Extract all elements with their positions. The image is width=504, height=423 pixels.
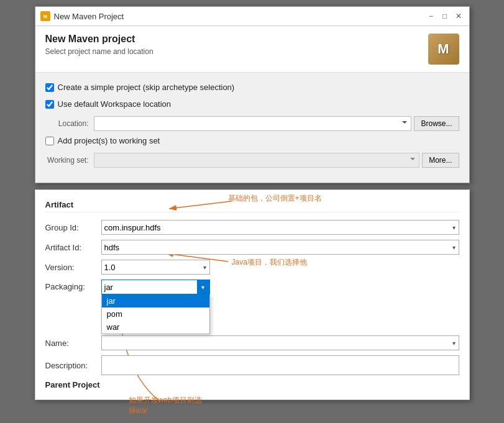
version-row: Version: 1.0 bbox=[45, 260, 459, 275]
working-set-input-wrap: More... bbox=[94, 153, 459, 168]
artifact-id-label: Artifact Id: bbox=[45, 243, 101, 252]
name-dropdown[interactable] bbox=[101, 335, 459, 350]
maximize-button[interactable]: □ bbox=[439, 11, 451, 22]
svg-text:M: M bbox=[44, 14, 47, 19]
group-id-dropdown[interactable]: com.inspur.hdfs bbox=[101, 220, 459, 235]
name-row: Name: bbox=[45, 335, 459, 350]
top-dialog: M New Maven Project − □ ✕ New Maven proj… bbox=[35, 6, 470, 183]
artifact-section-label: Artifact bbox=[45, 200, 459, 212]
packaging-option-pom[interactable]: pom bbox=[102, 307, 209, 321]
group-id-row: Group Id: com.inspur.hdfs bbox=[45, 220, 459, 235]
packaging-row: Packaging: jar ▾ jar pom war bbox=[45, 280, 459, 294]
name-input-wrap bbox=[101, 335, 459, 350]
titlebar-title: New Maven Project bbox=[54, 12, 422, 21]
dialog-body: Create a simple project (skip archetype … bbox=[35, 73, 469, 183]
packaging-label: Packaging: bbox=[45, 280, 101, 291]
working-set-row: Add project(s) to working set bbox=[45, 136, 459, 145]
location-row: Location: Browse... bbox=[45, 116, 459, 131]
packaging-dropdown-list: jar pom war bbox=[101, 294, 210, 334]
working-set-checkbox[interactable] bbox=[45, 137, 54, 145]
location-input-wrap: Browse... bbox=[94, 116, 459, 131]
description-row: Description: bbox=[45, 355, 459, 375]
maven-logo-icon: M bbox=[428, 34, 459, 65]
packaging-option-jar[interactable]: jar bbox=[102, 294, 209, 307]
titlebar: M New Maven Project − □ ✕ bbox=[35, 7, 469, 26]
description-textarea[interactable] bbox=[101, 355, 459, 375]
simple-project-label[interactable]: Create a simple project (skip archetype … bbox=[58, 83, 235, 92]
close-button[interactable]: ✕ bbox=[453, 11, 464, 22]
annotation-war: 如果开发web项目则选 择war bbox=[129, 395, 202, 416]
dialog-header-text: New Maven project Select project name an… bbox=[45, 34, 153, 56]
simple-project-checkbox[interactable] bbox=[45, 83, 54, 92]
group-id-label: Group Id: bbox=[45, 223, 101, 232]
description-label: Description: bbox=[45, 361, 101, 370]
dialog-header: New Maven project Select project name an… bbox=[35, 26, 469, 73]
default-workspace-checkbox[interactable] bbox=[45, 100, 54, 109]
location-dropdown[interactable] bbox=[94, 116, 412, 131]
version-input-wrap: 1.0 bbox=[101, 260, 210, 275]
working-set-label[interactable]: Add project(s) to working set bbox=[58, 136, 160, 145]
packaging-value: jar bbox=[104, 283, 197, 292]
location-label: Location: bbox=[45, 119, 89, 128]
working-set-dropdown[interactable] bbox=[94, 153, 420, 168]
packaging-dropdown-arrow[interactable]: ▾ bbox=[197, 280, 209, 294]
more-button[interactable]: More... bbox=[422, 153, 459, 168]
artifact-id-row: Artifact Id: hdfs bbox=[45, 240, 459, 255]
minimize-button[interactable]: − bbox=[426, 11, 437, 22]
working-set-label-2: Working set: bbox=[45, 156, 89, 165]
simple-project-row: Create a simple project (skip archetype … bbox=[45, 83, 459, 92]
default-workspace-row: Use default Workspace location bbox=[45, 99, 459, 109]
name-label: Name: bbox=[45, 339, 101, 348]
packaging-option-war[interactable]: war bbox=[102, 321, 209, 334]
titlebar-icon: M bbox=[40, 11, 50, 21]
working-set-select-row: Working set: More... bbox=[45, 153, 459, 168]
bottom-dialog: Artifact 基础的包，公司倒置+项目名 确定的项目名称 Group Id:… bbox=[35, 189, 470, 400]
group-id-input-wrap: com.inspur.hdfs bbox=[101, 220, 459, 235]
titlebar-controls: − □ ✕ bbox=[426, 11, 464, 22]
artifact-id-input-wrap: hdfs bbox=[101, 240, 459, 255]
browse-button[interactable]: Browse... bbox=[414, 116, 459, 131]
version-label: Version: bbox=[45, 263, 101, 272]
dialog-subtitle: Select project name and location bbox=[45, 47, 153, 56]
packaging-input-box[interactable]: jar ▾ bbox=[101, 280, 210, 294]
default-workspace-label[interactable]: Use default Workspace location bbox=[58, 99, 172, 109]
version-dropdown[interactable]: 1.0 bbox=[101, 260, 210, 275]
dialog-title: New Maven project bbox=[45, 34, 153, 45]
parent-project-label: Parent Project bbox=[45, 380, 459, 389]
artifact-id-dropdown[interactable]: hdfs bbox=[101, 240, 459, 255]
packaging-control: jar ▾ jar pom war bbox=[101, 280, 210, 294]
